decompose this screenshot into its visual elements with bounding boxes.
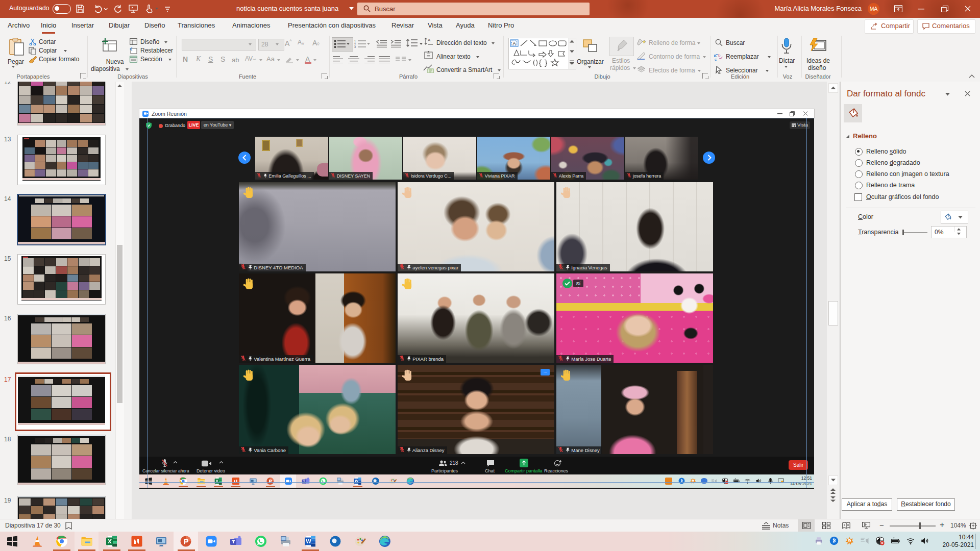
svg-text:b: b (718, 53, 721, 58)
svg-text:c: c (715, 57, 717, 61)
svg-text:A: A (513, 41, 516, 46)
svg-text:A: A (428, 38, 431, 42)
svg-text:3: 3 (354, 45, 356, 48)
